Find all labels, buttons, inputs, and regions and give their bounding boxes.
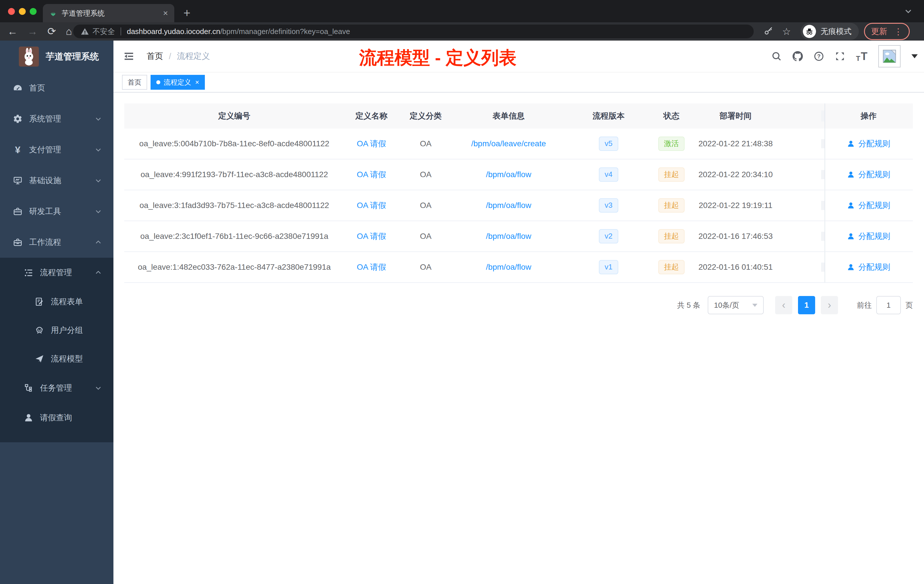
form-link[interactable]: /bpm/oa/flow bbox=[486, 232, 531, 241]
address-field[interactable]: 不安全 dashboard.yudao.iocoder.cn/bpm/manag… bbox=[73, 25, 754, 38]
sidebar-item-payment[interactable]: ¥ 支付管理 bbox=[0, 134, 114, 165]
search-icon[interactable] bbox=[771, 51, 782, 61]
app: 芋道管理系统 首页 系统管理 ¥ 支付管理 bbox=[0, 41, 924, 584]
form-link[interactable]: /bpm/oa/flow bbox=[486, 201, 531, 210]
gear-icon bbox=[13, 114, 23, 124]
sidebar-item-task-management[interactable]: 任务管理 bbox=[0, 373, 114, 403]
page-unit-label: 页 bbox=[906, 300, 913, 310]
goto-page-input[interactable] bbox=[876, 296, 901, 314]
address-divider bbox=[120, 27, 121, 35]
avatar-caret-icon[interactable] bbox=[911, 54, 918, 58]
page-1-button[interactable]: 1 bbox=[798, 296, 815, 314]
definition-name-link[interactable]: OA 请假 bbox=[357, 232, 386, 241]
goto-label: 前往 bbox=[857, 300, 872, 310]
tag-close-icon[interactable]: × bbox=[195, 78, 199, 86]
home-button[interactable]: ⌂ bbox=[66, 26, 72, 36]
sidebar-item-dev-tools[interactable]: 研发工具 bbox=[0, 196, 114, 227]
form-link[interactable]: /bpm/oa/flow bbox=[486, 170, 531, 179]
sidebar-item-user-group[interactable]: 用户分组 bbox=[0, 316, 114, 345]
zoom-window-button[interactable] bbox=[30, 8, 36, 15]
sidebar-item-system[interactable]: 系统管理 bbox=[0, 104, 114, 134]
tab-title: 芋道管理系统 bbox=[62, 8, 158, 18]
font-size-icon[interactable]: TT bbox=[856, 50, 868, 63]
favicon-plant-icon bbox=[49, 9, 57, 17]
form-link[interactable]: /bpm/oa/leave/create bbox=[471, 139, 546, 148]
assign-rule-link[interactable]: 分配规则 bbox=[847, 231, 890, 242]
tag-process-definition[interactable]: 流程定义 × bbox=[150, 75, 205, 90]
github-icon[interactable] bbox=[792, 51, 803, 61]
update-label: 更新 bbox=[871, 26, 887, 37]
incognito-badge: 无痕模式 bbox=[800, 23, 859, 40]
browser-update-button[interactable]: 更新 ⋮ bbox=[864, 23, 910, 40]
svg-text:?: ? bbox=[817, 53, 820, 59]
table-row: oa_leave:1:482ec033-762a-11ec-8477-a2380… bbox=[124, 252, 913, 283]
column-header: 状态 bbox=[653, 111, 690, 121]
sidebar-item-process-management[interactable]: 流程管理 bbox=[0, 258, 114, 287]
tab-close-icon[interactable]: × bbox=[163, 9, 168, 17]
definition-id: oa_leave:2:3c1f0ef1-76b1-11ec-9c66-a2380… bbox=[124, 232, 344, 241]
next-page-button[interactable]: › bbox=[821, 296, 838, 314]
logo-rabbit-image bbox=[19, 46, 39, 66]
sidebar-item-infrastructure[interactable]: 基础设施 bbox=[0, 165, 114, 196]
back-button[interactable]: ← bbox=[7, 26, 18, 36]
table-header-row: 定义编号 定义名称 定义分类 表单信息 流程版本 状态 部署时间 操作 bbox=[124, 104, 913, 129]
definition-table: 定义编号 定义名称 定义分类 表单信息 流程版本 状态 部署时间 操作 oa_l… bbox=[124, 104, 913, 283]
status-badge: 激活 bbox=[658, 137, 685, 150]
column-header: 定义分类 bbox=[399, 111, 453, 121]
url-path: /bpm/manager/definition?key=oa_leave bbox=[220, 27, 350, 36]
definition-id: oa_leave:3:1fad3d93-7b75-11ec-a3c8-acde4… bbox=[124, 201, 344, 210]
definition-category: OA bbox=[399, 232, 453, 241]
avatar[interactable] bbox=[878, 45, 901, 68]
main-panel: 首页 / 流程定义 流程模型 - 定义列表 ? bbox=[114, 41, 924, 584]
page-annotation: 流程模型 - 定义列表 bbox=[359, 46, 516, 70]
version-badge: v5 bbox=[599, 137, 618, 150]
table-row: oa_leave:2:3c1f0ef1-76b1-11ec-9c66-a2380… bbox=[124, 221, 913, 252]
definition-name-link[interactable]: OA 请假 bbox=[357, 262, 386, 271]
assign-rule-link[interactable]: 分配规则 bbox=[847, 169, 890, 180]
new-tab-button[interactable]: + bbox=[183, 6, 191, 20]
definition-category: OA bbox=[399, 139, 453, 148]
browser-tab[interactable]: 芋道管理系统 × bbox=[43, 4, 174, 22]
assign-rule-link[interactable]: 分配规则 bbox=[847, 262, 890, 272]
table-row: oa_leave:4:991f2193-7b7f-11ec-a3c8-acde4… bbox=[124, 159, 913, 190]
sidebar-collapse-icon[interactable] bbox=[123, 51, 135, 62]
column-header: 操作 bbox=[825, 104, 912, 129]
definition-name-link[interactable]: OA 请假 bbox=[357, 201, 386, 210]
form-link[interactable]: /bpm/oa/flow bbox=[486, 262, 531, 271]
browser-chrome: 芋道管理系统 × + ← → ⟳ ⌂ 不安全 dashboard.yudao.i… bbox=[0, 0, 924, 41]
definition-name-link[interactable]: OA 请假 bbox=[357, 139, 386, 148]
sidebar-item-process-form[interactable]: 流程表单 bbox=[0, 287, 114, 316]
tag-home[interactable]: 首页 bbox=[122, 75, 147, 90]
close-window-button[interactable] bbox=[8, 8, 15, 15]
page-size-select[interactable]: 10条/页 bbox=[708, 296, 764, 314]
tree-icon bbox=[23, 383, 34, 393]
sidebar-item-workflow[interactable]: 工作流程 bbox=[0, 227, 114, 258]
sidebar-item-process-model[interactable]: 流程模型 bbox=[0, 345, 114, 373]
definition-name-link[interactable]: OA 请假 bbox=[357, 170, 386, 179]
sidebar-item-home[interactable]: 首页 bbox=[0, 73, 114, 104]
select-caret-icon bbox=[752, 304, 757, 307]
minimize-window-button[interactable] bbox=[19, 8, 26, 15]
browser-menu-icon[interactable]: ⋮ bbox=[894, 26, 903, 36]
fullscreen-icon[interactable] bbox=[835, 51, 845, 61]
navbar-actions: ? TT bbox=[771, 41, 918, 72]
help-icon[interactable]: ? bbox=[814, 51, 824, 61]
screen: 芋道管理系统 × + ← → ⟳ ⌂ 不安全 dashboard.yudao.i… bbox=[0, 0, 924, 584]
bookmark-star-icon[interactable]: ☆ bbox=[782, 26, 791, 37]
paper-plane-icon bbox=[34, 354, 45, 364]
sidebar-item-leave-query[interactable]: 请假查询 bbox=[0, 403, 114, 432]
monitor-icon bbox=[13, 175, 23, 186]
prev-page-button[interactable]: ‹ bbox=[775, 296, 792, 314]
reload-button[interactable]: ⟳ bbox=[48, 26, 56, 36]
assign-rule-link[interactable]: 分配规则 bbox=[847, 200, 890, 211]
tab-search-chevron-icon[interactable] bbox=[904, 7, 912, 16]
key-icon[interactable] bbox=[764, 26, 773, 36]
column-header: 定义编号 bbox=[124, 111, 344, 121]
user-icon bbox=[23, 412, 34, 423]
deploy-time: 2022-01-22 20:34:10 bbox=[690, 170, 825, 179]
user-group-icon bbox=[34, 325, 45, 335]
breadcrumb-home[interactable]: 首页 bbox=[147, 51, 163, 62]
security-label[interactable]: 不安全 bbox=[92, 26, 115, 36]
assign-rule-link[interactable]: 分配规则 bbox=[847, 138, 890, 149]
forward-button[interactable]: → bbox=[27, 26, 38, 36]
